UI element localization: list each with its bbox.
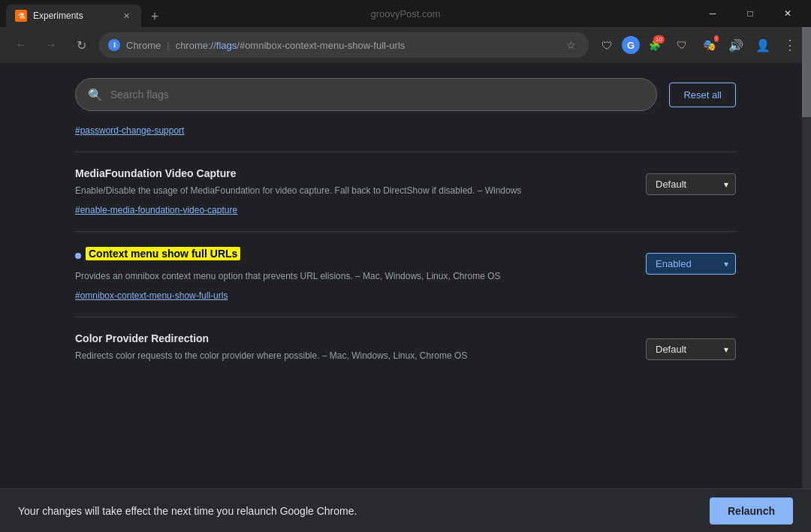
- g-extension-icon[interactable]: G: [622, 36, 640, 54]
- flag-item-media-foundation: MediaFoundation Video Capture Enable/Dis…: [75, 152, 736, 231]
- flag-select-media-foundation[interactable]: Default Enabled Disabled: [646, 173, 736, 195]
- flag-content-color-provider: Color Provider Redirection Redirects col…: [75, 332, 628, 368]
- search-area: 🔍 Reset all: [75, 63, 736, 123]
- menu-icon[interactable]: ⋮: [778, 33, 802, 57]
- maximize-button[interactable]: □: [733, 2, 767, 26]
- flag-select-color-provider[interactable]: Default Enabled Disabled: [646, 338, 736, 360]
- new-tab-button[interactable]: +: [144, 6, 165, 27]
- flag-active-dot: [75, 253, 81, 259]
- forward-button[interactable]: →: [39, 33, 63, 57]
- url-prefix: chrome://: [176, 40, 216, 51]
- relaunch-button[interactable]: Relaunch: [710, 497, 793, 524]
- flag-control-color-provider: Default Enabled Disabled: [646, 338, 736, 360]
- address-url: chrome://flags/#omnibox-context-menu-sho…: [176, 40, 406, 51]
- extension-count-badge: 10: [653, 35, 665, 44]
- bottom-bar: Your changes will take effect the next t…: [0, 488, 811, 532]
- flag-control-media-foundation: Default Enabled Disabled: [646, 173, 736, 195]
- flag-item-context-menu: Context menu show full URLs Provides an …: [75, 231, 736, 317]
- flag-description-context-menu: Provides an omnibox context menu option …: [75, 269, 628, 284]
- tab-area: ⚗ Experiments ✕ +: [6, 0, 689, 27]
- flag-item-color-provider: Color Provider Redirection Redirects col…: [75, 317, 736, 383]
- flag-content-context-menu: Context menu show full URLs Provides an …: [75, 247, 628, 302]
- minimize-button[interactable]: ─: [695, 2, 730, 26]
- address-favicon: ℹ: [108, 39, 120, 51]
- scrollbar-thumb[interactable]: [802, 27, 811, 117]
- flag-select-context-menu[interactable]: Default Enabled Disabled: [646, 253, 736, 275]
- site-branding: groovyPost.com: [370, 8, 440, 20]
- flag-title-media-foundation: MediaFoundation Video Capture: [75, 167, 628, 179]
- url-suffix: /#omnibox-context-menu-show-full-urls: [237, 40, 405, 51]
- password-change-link[interactable]: #password-change-support: [75, 125, 184, 136]
- tab-close-button[interactable]: ✕: [120, 10, 132, 22]
- flag-link-context-menu[interactable]: #omnibox-context-menu-show-full-urls: [75, 290, 228, 301]
- address-actions: ☆: [562, 36, 580, 54]
- close-button[interactable]: ✕: [770, 2, 805, 26]
- extension1-icon[interactable]: 🛡: [670, 33, 694, 57]
- flag-content-media-foundation: MediaFoundation Video Capture Enable/Dis…: [75, 167, 628, 216]
- flag-select-wrapper-context-menu: Default Enabled Disabled: [646, 253, 736, 275]
- navbar: ← → ↻ ℹ Chrome | chrome://flags/#omnibox…: [0, 27, 811, 63]
- flag-link-media-foundation[interactable]: #enable-media-foundation-video-capture: [75, 205, 237, 215]
- refresh-button[interactable]: ↻: [69, 33, 93, 57]
- flag-title-color-provider: Color Provider Redirection: [75, 332, 628, 344]
- flag-title-context-menu: Context menu show full URLs: [86, 247, 240, 260]
- reset-all-button[interactable]: Reset all: [669, 83, 736, 107]
- chrome-label: Chrome: [126, 40, 161, 51]
- search-input[interactable]: [110, 89, 644, 101]
- tab-title: Experiments: [33, 11, 114, 21]
- flag-select-wrapper-media-foundation: Default Enabled Disabled: [646, 173, 736, 195]
- partial-flag-item: #password-change-support: [75, 123, 736, 152]
- flag-title-row-context-menu: Context menu show full URLs: [75, 247, 628, 265]
- toolbar-actions: 🛡 G 🧩 10 🛡 🎭 ! 🔊 👤 ⋮: [595, 33, 802, 57]
- partial-flag-content: #password-change-support: [75, 123, 736, 137]
- active-tab[interactable]: ⚗ Experiments ✕: [6, 5, 141, 27]
- flag-description-color-provider: Redirects color requests to the color pr…: [75, 349, 628, 363]
- address-bar[interactable]: ℹ Chrome | chrome://flags/#omnibox-conte…: [99, 32, 589, 58]
- url-flags-highlight: flags: [216, 40, 237, 51]
- titlebar: ⚗ Experiments ✕ + groovyPost.com ─ □ ✕: [0, 0, 811, 27]
- search-box[interactable]: 🔍: [75, 78, 657, 111]
- bookmark-icon[interactable]: ☆: [562, 36, 580, 54]
- flag-select-wrapper-color-provider: Default Enabled Disabled: [646, 338, 736, 360]
- shield-extension-icon[interactable]: 🛡: [595, 33, 619, 57]
- flag-control-context-menu: Default Enabled Disabled: [646, 253, 736, 275]
- search-icon: 🔍: [88, 88, 103, 102]
- flags-content: 🔍 Reset all #password-change-support Med…: [0, 63, 811, 488]
- extension2-icon[interactable]: 🎭 !: [697, 33, 721, 57]
- back-button[interactable]: ←: [9, 33, 33, 57]
- address-separator: |: [167, 40, 169, 51]
- tab-favicon: ⚗: [15, 10, 27, 22]
- window-controls: ─ □ ✕: [695, 2, 805, 26]
- extensions-badge-icon[interactable]: 🧩 10: [643, 33, 667, 57]
- scrollbar-track: [802, 27, 811, 488]
- relaunch-message: Your changes will take effect the next t…: [18, 505, 357, 517]
- flag-description-media-foundation: Enable/Disable the usage of MediaFoundat…: [75, 184, 628, 198]
- profile-icon[interactable]: 👤: [751, 33, 775, 57]
- volume-icon[interactable]: 🔊: [724, 33, 748, 57]
